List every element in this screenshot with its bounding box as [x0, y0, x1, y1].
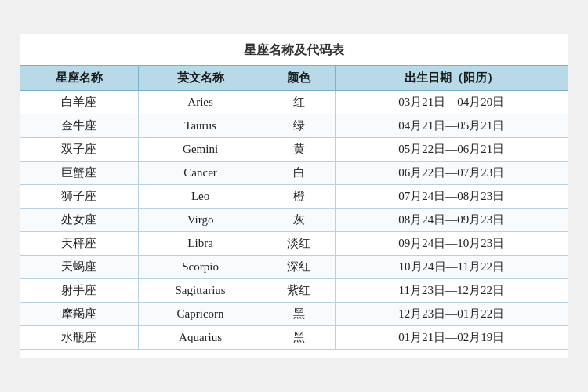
cell-english: Cancer: [138, 162, 263, 185]
cell-date: 07月24日—08月23日: [335, 185, 568, 209]
table-header-row: 星座名称 英文名称 颜色 出生日期（阳历）: [20, 66, 568, 91]
table-row: 天秤座Libra淡红09月24日—10月23日: [20, 232, 568, 256]
zodiac-table: 星座名称 英文名称 颜色 出生日期（阳历） 白羊座Aries红03月21日—04…: [20, 65, 568, 350]
cell-english: Libra: [138, 232, 263, 256]
main-container: 星座名称及代码表 星座名称 英文名称 颜色 出生日期（阳历） 白羊座Aries红…: [20, 34, 568, 358]
cell-chinese: 巨蟹座: [20, 162, 139, 185]
cell-date: 08月24日—09月23日: [335, 209, 568, 232]
table-row: 白羊座Aries红03月21日—04月20日: [20, 91, 568, 114]
table-row: 狮子座Leo橙07月24日—08月23日: [20, 185, 568, 209]
cell-color: 深红: [263, 256, 335, 279]
cell-color: 绿: [263, 114, 335, 138]
cell-chinese: 金牛座: [20, 114, 139, 138]
cell-chinese: 天蝎座: [20, 256, 139, 279]
cell-english: Virgo: [138, 209, 263, 232]
table-row: 射手座Sagittarius紫红11月23日—12月22日: [20, 279, 568, 303]
cell-english: Scorpio: [138, 256, 263, 279]
cell-chinese: 处女座: [20, 209, 139, 232]
cell-english: Leo: [138, 185, 263, 209]
cell-color: 红: [263, 91, 335, 114]
cell-english: Capricorn: [138, 303, 263, 326]
cell-date: 10月24日—11月22日: [335, 256, 568, 279]
table-row: 双子座Gemini黄05月22日—06月21日: [20, 138, 568, 162]
cell-chinese: 天秤座: [20, 232, 139, 256]
cell-chinese: 双子座: [20, 138, 139, 162]
table-row: 天蝎座Scorpio深红10月24日—11月22日: [20, 256, 568, 279]
header-english: 英文名称: [138, 66, 263, 91]
cell-date: 04月21日—05月21日: [335, 114, 568, 138]
cell-date: 05月22日—06月21日: [335, 138, 568, 162]
cell-english: Aquarius: [138, 326, 263, 350]
table-row: 处女座Virgo灰08月24日—09月23日: [20, 209, 568, 232]
cell-date: 11月23日—12月22日: [335, 279, 568, 303]
cell-chinese: 狮子座: [20, 185, 139, 209]
cell-english: Taurus: [138, 114, 263, 138]
cell-color: 黑: [263, 303, 335, 326]
cell-date: 01月21日—02月19日: [335, 326, 568, 350]
header-color: 颜色: [263, 66, 335, 91]
cell-date: 12月23日—01月22日: [335, 303, 568, 326]
cell-color: 橙: [263, 185, 335, 209]
table-row: 摩羯座Capricorn黑12月23日—01月22日: [20, 303, 568, 326]
cell-english: Sagittarius: [138, 279, 263, 303]
cell-color: 白: [263, 162, 335, 185]
cell-english: Gemini: [138, 138, 263, 162]
cell-date: 03月21日—04月20日: [335, 91, 568, 114]
cell-chinese: 摩羯座: [20, 303, 139, 326]
table-title: 星座名称及代码表: [20, 42, 568, 59]
cell-color: 紫红: [263, 279, 335, 303]
cell-color: 淡红: [263, 232, 335, 256]
table-row: 水瓶座Aquarius黑01月21日—02月19日: [20, 326, 568, 350]
table-row: 金牛座Taurus绿04月21日—05月21日: [20, 114, 568, 138]
cell-chinese: 白羊座: [20, 91, 139, 114]
cell-chinese: 水瓶座: [20, 326, 139, 350]
cell-color: 灰: [263, 209, 335, 232]
header-date: 出生日期（阳历）: [335, 66, 568, 91]
cell-color: 黑: [263, 326, 335, 350]
cell-date: 09月24日—10月23日: [335, 232, 568, 256]
cell-date: 06月22日—07月23日: [335, 162, 568, 185]
cell-chinese: 射手座: [20, 279, 139, 303]
cell-color: 黄: [263, 138, 335, 162]
table-row: 巨蟹座Cancer白06月22日—07月23日: [20, 162, 568, 185]
header-chinese: 星座名称: [20, 66, 139, 91]
cell-english: Aries: [138, 91, 263, 114]
